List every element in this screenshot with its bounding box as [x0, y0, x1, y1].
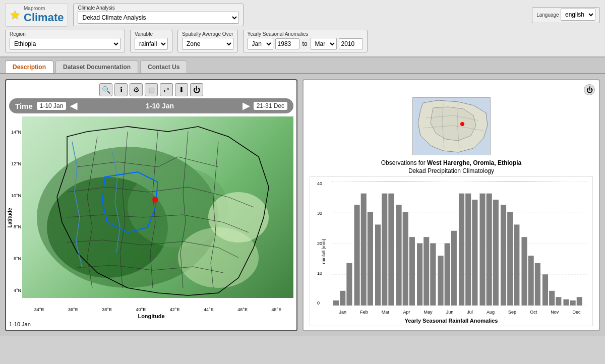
year-to-label: to	[302, 40, 308, 47]
month-jul: Jul	[467, 310, 473, 315]
time-next-arrow[interactable]: ▶	[243, 100, 250, 111]
time-prev-arrow[interactable]: ◀	[70, 100, 77, 111]
language-select[interactable]: english french	[561, 9, 595, 21]
header: ★ Maproom Climate Climate Analysis Dekad…	[0, 0, 605, 57]
time-bar: Time 1-10 Jan ◀ 1-10 Jan ▶ 21-31 Dec	[9, 98, 293, 113]
month-apr: Apr	[403, 310, 410, 315]
logo-star-icon: ★	[10, 8, 21, 22]
tab-description[interactable]: Description	[5, 60, 53, 73]
map-svg	[22, 116, 293, 298]
grid-tool-btn[interactable]: ▦	[145, 83, 158, 96]
month-jan: Jan	[339, 310, 347, 315]
svg-rect-29	[451, 231, 457, 306]
year-to-month-select[interactable]: MarJanDec	[311, 38, 337, 50]
year-from-month-select[interactable]: JanFebMar	[248, 38, 273, 50]
svg-rect-30	[459, 194, 464, 306]
spatially-avg-label: Spatially Average Over	[182, 31, 233, 37]
svg-rect-14	[346, 263, 352, 306]
maproom-label: Maproom	[24, 6, 64, 11]
svg-rect-24	[417, 244, 422, 306]
zoom-tool-btn[interactable]: 🔍	[99, 83, 112, 96]
year-from-input[interactable]	[275, 38, 299, 49]
time-current: 1-10 Jan	[81, 102, 238, 110]
share-tool-btn[interactable]: ⇄	[160, 83, 173, 96]
lon-38e: 38°E	[102, 307, 112, 312]
settings-tool-btn[interactable]: ⚙	[130, 83, 143, 96]
mini-map[interactable]	[412, 97, 491, 155]
region-group: Region Ethiopia	[5, 30, 125, 52]
power-tool-btn[interactable]: ⏻	[190, 83, 203, 96]
month-nov: Nov	[551, 310, 559, 315]
svg-rect-26	[430, 244, 436, 306]
svg-rect-23	[409, 237, 415, 306]
month-aug: Aug	[487, 310, 495, 315]
lon-36e: 36°E	[68, 307, 78, 312]
chart-title: Dekad Precipitation Climatology	[308, 167, 595, 174]
svg-point-5	[152, 197, 158, 203]
time-prev-badge: 1-10 Jan	[37, 102, 67, 110]
spatially-avg-select[interactable]: Zone Country	[182, 38, 233, 50]
lat-10n: 10°N	[9, 193, 21, 198]
y-tick-20: 20	[317, 241, 322, 246]
month-sep: Sep	[508, 310, 516, 315]
svg-rect-33	[479, 194, 485, 306]
chart-x-months: Jan Feb Mar Apr May Jun Jul Aug Sep Oct …	[332, 310, 587, 315]
tab-dataset[interactable]: Dataset Documentation	[55, 60, 138, 73]
region-select[interactable]: Ethiopia	[10, 38, 120, 50]
yearly-anomalies-group: Yearly Seasonal Anomalies JanFebMar to M…	[243, 30, 368, 52]
svg-rect-17	[368, 212, 373, 306]
obs-prefix: Observations for	[381, 159, 427, 166]
main-content: 🔍 ℹ ⚙ ▦ ⇄ ⬇ ⏻ Time 1-10 Jan ◀ 1-10 Jan ▶…	[0, 74, 605, 336]
map-y-axis-label: Latitude	[7, 208, 13, 228]
svg-rect-28	[445, 244, 450, 306]
climate-analysis-select[interactable]: Dekad Climate Analysis	[78, 12, 239, 24]
right-panel: ⏻ Observations for W	[302, 79, 600, 331]
region-label: Region	[10, 31, 120, 37]
mini-map-svg	[413, 98, 491, 155]
tab-contact[interactable]: Contact Us	[140, 60, 187, 73]
year-to-input[interactable]	[339, 38, 363, 49]
month-dec: Dec	[572, 310, 580, 315]
map-panel: 🔍 ℹ ⚙ ▦ ⇄ ⬇ ⏻ Time 1-10 Jan ◀ 1-10 Jan ▶…	[5, 79, 297, 331]
lon-labels: 34°E 36°E 38°E 40°E 42°E 44°E 46°E 48°E	[9, 307, 293, 312]
map-container[interactable]	[22, 116, 293, 306]
right-power-btn[interactable]: ⏻	[584, 84, 595, 95]
download-tool-btn[interactable]: ⬇	[175, 83, 188, 96]
svg-rect-36	[501, 205, 506, 306]
lon-48e: 48°E	[272, 307, 282, 312]
svg-rect-47	[577, 297, 582, 306]
tabs-bar: Description Dataset Documentation Contac…	[0, 57, 605, 74]
svg-rect-45	[563, 299, 569, 306]
language-label: Language	[536, 12, 559, 18]
svg-rect-19	[382, 194, 387, 306]
info-tool-btn[interactable]: ℹ	[114, 83, 128, 96]
svg-rect-32	[472, 200, 477, 306]
lat-12n: 12°N	[9, 161, 21, 166]
svg-rect-12	[333, 300, 339, 306]
svg-rect-44	[556, 297, 561, 306]
month-feb: Feb	[360, 310, 368, 315]
climate-analysis-group: Climate Analysis Dekad Climate Analysis	[73, 4, 244, 26]
lon-40e: 40°E	[136, 307, 146, 312]
logo-box: ★ Maproom Climate	[5, 3, 68, 27]
month-jun: Jun	[446, 310, 454, 315]
svg-rect-46	[570, 300, 576, 306]
map-toolbar: 🔍 ℹ ⚙ ▦ ⇄ ⬇ ⏻	[9, 83, 293, 96]
chart-y-ticks: 0 10 20 30 40	[317, 181, 322, 306]
svg-rect-22	[403, 212, 408, 306]
lon-46e: 46°E	[237, 307, 248, 312]
variable-label: Variable	[135, 31, 168, 37]
svg-rect-38	[514, 224, 519, 306]
map-x-axis-label: Longitude	[9, 313, 293, 319]
month-oct: Oct	[530, 310, 537, 315]
month-may: May	[424, 310, 433, 315]
svg-rect-40	[528, 256, 534, 306]
svg-rect-31	[465, 194, 471, 306]
svg-rect-41	[535, 263, 540, 306]
svg-rect-27	[438, 256, 443, 306]
svg-rect-25	[424, 237, 429, 306]
spatially-avg-group: Spatially Average Over Zone Country	[177, 30, 238, 52]
bar-chart-svg	[332, 181, 587, 306]
variable-select[interactable]: rainfall	[135, 38, 168, 50]
svg-rect-37	[507, 212, 513, 306]
